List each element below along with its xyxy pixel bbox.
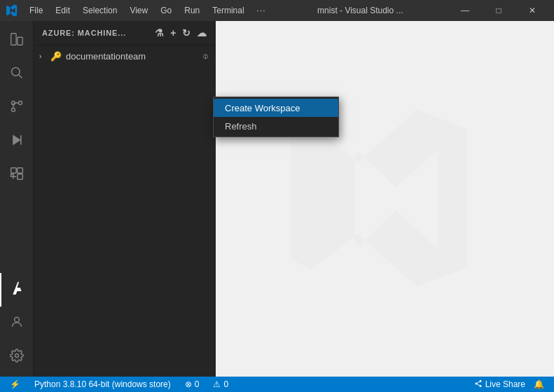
svg-rect-10 (17, 167, 22, 173)
minimize-button[interactable]: — (449, 0, 481, 21)
main-layout: AZURE: MACHINE... ⚗ + ↻ ☁ › 🔑 documentat… (0, 21, 554, 377)
live-share-label: Live Share (485, 379, 525, 389)
notification-bell-item[interactable]: 🔔 (529, 377, 548, 392)
menu-file[interactable]: File (24, 4, 48, 17)
title-bar: File Edit Selection View Go Run Terminal… (0, 0, 554, 21)
tree-item-label: documentationteam (66, 51, 146, 62)
warning-count: 0 (223, 379, 228, 389)
activity-bar-item-account[interactable] (0, 307, 34, 340)
activity-bar-item-source-control[interactable] (0, 91, 34, 125)
python-version-item[interactable]: Python 3.8.10 64-bit (windows store) (30, 377, 175, 392)
activity-bar (0, 21, 34, 377)
live-share-item[interactable]: Live Share (470, 377, 529, 392)
svg-line-3 (18, 74, 22, 78)
close-button[interactable]: ✕ (516, 0, 548, 21)
svg-rect-1 (17, 37, 22, 45)
menu-selection[interactable]: Selection (77, 4, 123, 17)
sidebar-header-actions: ⚗ + ↻ ☁ (155, 27, 207, 38)
menu-more[interactable]: ··· (251, 4, 272, 17)
maximize-button[interactable]: □ (483, 0, 515, 21)
svg-marker-7 (13, 134, 21, 145)
activity-bar-item-extensions[interactable] (0, 158, 34, 192)
svg-point-4 (11, 108, 15, 111)
window-controls: — □ ✕ (449, 0, 548, 21)
context-menu-item-refresh[interactable]: Refresh (214, 117, 338, 135)
settings-icon (10, 349, 24, 366)
tree-item-documentationteam[interactable]: › 🔑 documentationteam ⌽ (34, 48, 216, 64)
status-bar-right: Live Share 🔔 (470, 377, 548, 392)
activity-bar-bottom (0, 273, 34, 377)
warnings-item[interactable]: ⚠ 0 (209, 377, 233, 392)
plus-icon[interactable]: + (170, 27, 176, 38)
cloud-icon[interactable]: ☁ (197, 27, 207, 38)
svg-point-12 (14, 317, 19, 322)
error-count: 0 (195, 379, 200, 389)
menu-go[interactable]: Go (155, 4, 177, 17)
status-bar-left: ⚡ Python 3.8.10 64-bit (windows store) ⊗… (6, 377, 233, 392)
activity-bar-item-azure[interactable] (0, 273, 34, 307)
filter-action-icon[interactable]: ⌽ (201, 50, 210, 62)
svg-rect-0 (11, 33, 15, 45)
app-logo (6, 4, 18, 17)
sidebar-header-title: AZURE: MACHINE... (42, 29, 126, 37)
activity-bar-item-explorer[interactable] (0, 24, 34, 57)
account-icon (10, 315, 24, 332)
python-version-label: Python 3.8.10 64-bit (windows store) (34, 379, 171, 389)
context-menu-item-create-workspace[interactable]: Create Workspace (214, 99, 338, 117)
menu-terminal[interactable]: Terminal (207, 4, 249, 17)
warning-icon: ⚠ (213, 379, 221, 389)
editor-area (216, 21, 554, 377)
explorer-icon (9, 31, 25, 50)
status-bar: ⚡ Python 3.8.10 64-bit (windows store) ⊗… (0, 377, 554, 392)
sidebar-tree: › 🔑 documentationteam ⌽ (34, 46, 216, 377)
context-menu: Create Workspace Refresh (213, 97, 339, 137)
activity-bar-item-settings[interactable] (0, 340, 34, 374)
flask-icon[interactable]: ⚗ (155, 27, 165, 38)
activity-bar-item-search[interactable] (0, 57, 34, 91)
menu-edit[interactable]: Edit (50, 4, 76, 17)
svg-point-13 (15, 354, 18, 357)
svg-rect-11 (17, 174, 22, 179)
errors-item[interactable]: ⊗ 0 (181, 377, 204, 392)
key-icon: 🔑 (50, 50, 62, 62)
sidebar-header: AZURE: MACHINE... ⚗ + ↻ ☁ (34, 21, 216, 46)
tree-item-actions: ⌽ (201, 50, 210, 62)
azure-icon (9, 281, 25, 300)
bell-icon: 🔔 (534, 379, 544, 389)
chevron-right-icon: › (39, 52, 50, 60)
source-control-icon (10, 99, 24, 117)
run-icon (10, 133, 24, 150)
svg-point-6 (18, 101, 22, 104)
search-icon (10, 66, 24, 83)
svg-rect-9 (11, 167, 16, 173)
window-title: mnist - Visual Studio ... (272, 6, 449, 15)
branch-item[interactable]: ⚡ (6, 377, 25, 392)
remote-icon: ⚡ (10, 379, 20, 389)
live-share-icon (474, 379, 483, 390)
refresh-icon[interactable]: ↻ (182, 27, 191, 38)
title-bar-menu: File Edit Selection View Go Run Terminal… (24, 4, 272, 17)
sidebar: AZURE: MACHINE... ⚗ + ↻ ☁ › 🔑 documentat… (34, 21, 216, 377)
error-icon: ⊗ (185, 379, 192, 389)
svg-point-2 (11, 67, 20, 76)
extensions-icon (10, 167, 24, 184)
menu-view[interactable]: View (124, 4, 153, 17)
activity-bar-item-run[interactable] (0, 125, 34, 158)
menu-run[interactable]: Run (179, 4, 205, 17)
